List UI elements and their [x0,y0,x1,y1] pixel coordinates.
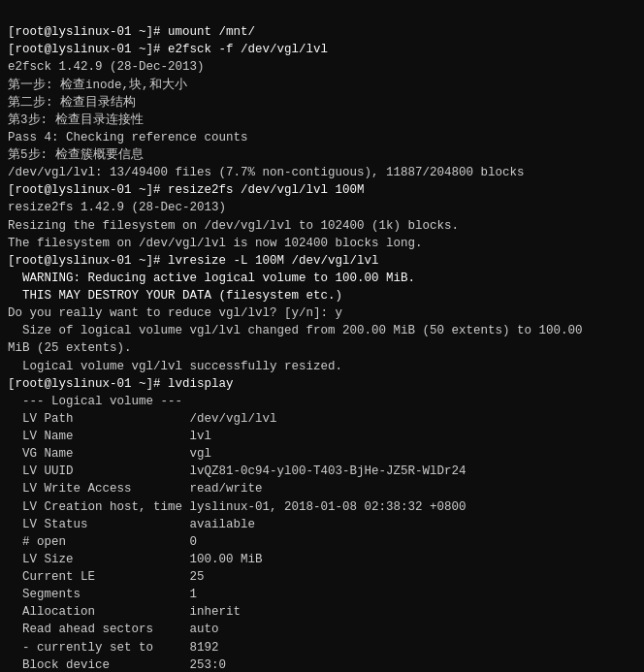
terminal-line: e2fsck 1.42.9 (28-Dec-2013) [8,58,636,76]
terminal-line: Segments 1 [8,586,636,603]
terminal-line: 第5步: 检查簇概要信息 [8,146,636,164]
terminal-line: [root@lyslinux-01 ~]# resize2fs /dev/vgl… [8,181,636,199]
terminal-line: THIS MAY DESTROY YOUR DATA (filesystem e… [8,287,636,304]
terminal-line: VG Name vgl [8,445,636,463]
terminal-line: LV Write Access read/write [8,480,636,497]
terminal-line: resize2fs 1.42.9 (28-Dec-2013) [8,199,636,216]
terminal-line: Block device 253:0 [8,656,636,672]
terminal-line: The filesystem on /dev/vgl/lvl is now 10… [8,235,636,252]
terminal-line: Logical volume vgl/lvl successfully resi… [8,358,636,375]
terminal-line: [root@lyslinux-01 ~]# lvresize -L 100M /… [8,252,636,270]
terminal-line: Pass 4: Checking reference counts [8,129,636,146]
terminal-line: WARNING: Reducing active logical volume … [8,270,636,287]
terminal-line: [root@lyslinux-01 ~]# e2fsck -f /dev/vgl… [8,41,636,58]
terminal-line: 第一步: 检查inode,块,和大小 [8,77,636,94]
terminal-line: LV Status available [8,516,636,533]
terminal-line: - currently set to 8192 [8,639,636,656]
terminal-line: Do you really want to reduce vgl/lvl? [y… [8,304,636,322]
terminal-line: LV Path /dev/vgl/lvl [8,410,636,428]
terminal-line: 第3步: 检查目录连接性 [8,112,636,129]
terminal-line: LV Size 100.00 MiB [8,551,636,568]
terminal-line: LV Name lvl [8,428,636,445]
terminal-window[interactable]: [root@lyslinux-01 ~]# umount /mnt/[root@… [0,0,644,672]
terminal-line: Read ahead sectors auto [8,621,636,638]
terminal-line: [root@lyslinux-01 ~]# lvdisplay [8,375,636,393]
terminal-line: Allocation inherit [8,603,636,621]
terminal-line: LV Creation host, time lyslinux-01, 2018… [8,498,636,516]
terminal-line: 第二步: 检查目录结构 [8,94,636,112]
terminal-line: Current LE 25 [8,568,636,586]
terminal-line: LV UUID lvQZ81-0c94-yl00-T403-BjHe-JZ5R-… [8,463,636,480]
terminal-line: [root@lyslinux-01 ~]# umount /mnt/ [8,23,636,41]
terminal-line: Resizing the filesystem on /dev/vgl/lvl … [8,217,636,235]
terminal-line: # open 0 [8,533,636,551]
terminal-line: /dev/vgl/lvl: 13/49400 files (7.7% non-c… [8,164,636,181]
terminal-line: --- Logical volume --- [8,393,636,410]
terminal-line: MiB (25 extents). [8,339,636,357]
terminal-line: Size of logical volume vgl/lvl changed f… [8,322,636,339]
